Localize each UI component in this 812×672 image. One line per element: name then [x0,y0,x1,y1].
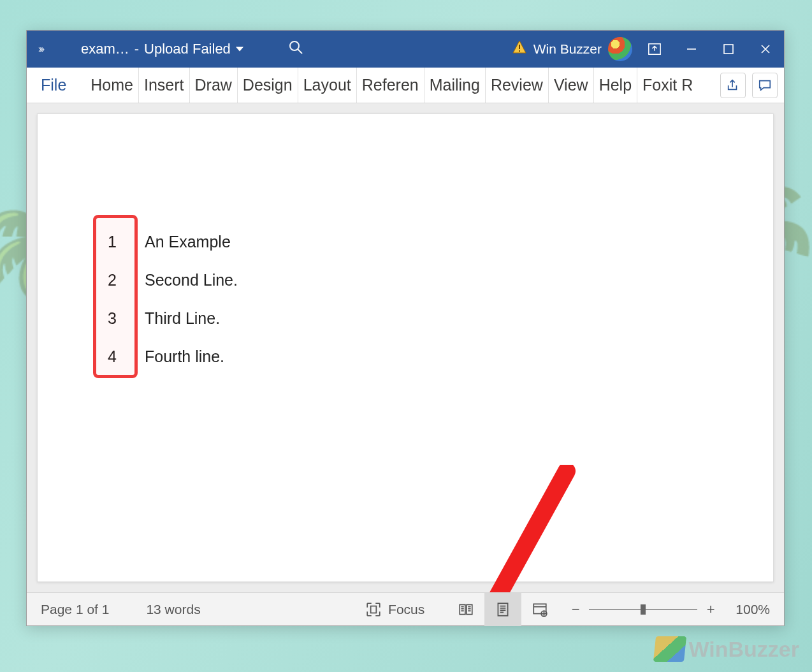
document-line: 1An Example [101,223,238,261]
title-separator: - [134,41,139,57]
tab-foxit[interactable]: Foxit R [637,68,698,103]
minimize-button[interactable] [673,31,710,68]
zoom-value[interactable]: 100% [736,602,770,617]
chevron-down-icon [236,45,243,53]
quick-access-overflow-icon[interactable]: ››› [38,43,43,55]
tab-review[interactable]: Review [485,68,548,103]
account-avatar[interactable] [608,37,632,61]
page-number-status[interactable]: Page 1 of 1 [41,602,109,617]
share-icon [726,78,740,92]
status-bar: Page 1 of 1 13 words Focus − + 100% [27,592,784,625]
tab-home[interactable]: Home [80,68,138,103]
focus-icon [365,601,382,618]
ribbon-right-controls [720,68,784,103]
maximize-button[interactable] [710,31,747,68]
line-number: 4 [101,347,123,366]
svg-rect-6 [498,603,508,616]
ribbon-bar: File Home Insert Draw Design Layout Refe… [27,68,784,103]
zoom-slider-thumb[interactable] [641,604,646,615]
document-line: 3Third Line. [101,299,238,337]
print-layout-icon [495,601,511,618]
line-text[interactable]: Second Line. [145,271,238,289]
svg-rect-2 [519,50,520,52]
account-block: Win Buzzer [512,37,636,61]
tab-layout[interactable]: Layout [298,68,356,103]
document-title[interactable]: exam… [81,41,129,57]
read-mode-icon [458,601,474,618]
comments-button[interactable] [752,73,778,98]
line-text[interactable]: An Example [145,233,231,251]
zoom-slider[interactable] [589,609,697,610]
svg-point-0 [290,41,299,50]
tab-draw[interactable]: Draw [189,68,237,103]
read-mode-button[interactable] [447,593,484,626]
share-button[interactable] [720,73,746,98]
word-window: ››› exam… - Upload Failed Win Buzzer Fil… [26,30,785,626]
document-line: 2Second Line. [101,261,238,299]
line-number: 3 [101,309,123,328]
close-button[interactable] [747,31,784,68]
svg-rect-1 [519,45,520,49]
document-canvas-area: 1An Example 2Second Line. 3Third Line. 4… [27,103,784,592]
annotation-arrow-icon [420,465,586,592]
line-number: 2 [101,271,123,289]
search-icon [288,40,303,55]
title-bar: ››› exam… - Upload Failed Win Buzzer [27,31,784,68]
tab-mailings[interactable]: Mailing [424,68,485,103]
line-text[interactable]: Fourth line. [145,347,224,366]
print-layout-button[interactable] [484,593,521,626]
focus-mode-button[interactable]: Focus [365,601,424,618]
document-content[interactable]: 1An Example 2Second Line. 3Third Line. 4… [101,223,238,376]
svg-rect-4 [724,45,733,54]
upload-status-dropdown[interactable]: Upload Failed [144,41,243,57]
ribbon-display-options-button[interactable] [636,31,673,68]
watermark: WinBuzzer [655,636,799,662]
line-number: 1 [101,233,123,251]
watermark-logo-icon [653,636,686,662]
warning-icon[interactable] [512,40,527,59]
tab-design[interactable]: Design [237,68,298,103]
ribbon-display-icon [648,42,662,56]
word-count-status[interactable]: 13 words [146,602,200,617]
document-page[interactable]: 1An Example 2Second Line. 3Third Line. 4… [37,113,774,582]
minimize-icon [685,43,698,55]
close-icon [759,43,772,55]
upload-status-label: Upload Failed [144,41,231,57]
account-name[interactable]: Win Buzzer [533,41,602,57]
tab-references[interactable]: Referen [356,68,424,103]
zoom-in-button[interactable]: + [705,601,716,618]
watermark-text: WinBuzzer [689,637,799,662]
comment-icon [758,78,772,92]
svg-rect-5 [371,606,377,613]
ribbon-tabs: Home Insert Draw Design Layout Referen M… [80,68,698,103]
search-button[interactable] [288,40,303,59]
view-mode-buttons [447,593,558,626]
web-layout-button[interactable] [521,593,558,626]
line-text[interactable]: Third Line. [145,309,220,328]
zoom-control: − + 100% [570,601,770,618]
tab-insert[interactable]: Insert [138,68,189,103]
zoom-out-button[interactable]: − [570,601,581,618]
web-layout-icon [532,601,548,618]
tab-help[interactable]: Help [593,68,637,103]
focus-label: Focus [388,602,424,617]
document-line: 4Fourth line. [101,337,238,376]
window-controls [673,31,784,68]
file-tab[interactable]: File [27,68,80,103]
tab-view[interactable]: View [548,68,593,103]
maximize-icon [722,43,735,55]
